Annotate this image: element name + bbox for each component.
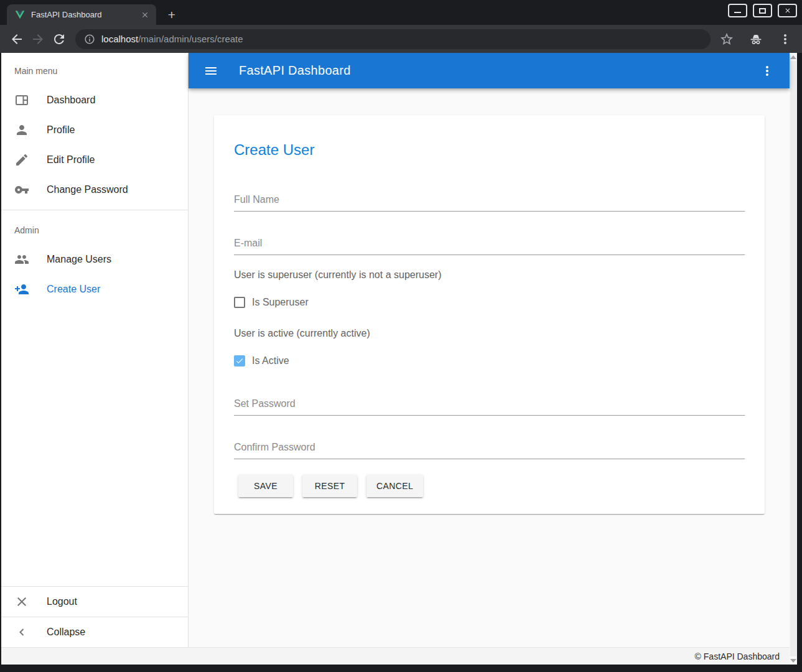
minimize-icon bbox=[734, 12, 741, 13]
browser-toolbar: localhost/main/admin/users/create bbox=[0, 25, 802, 53]
sidebar-bottom: Logout Collapse bbox=[1, 586, 188, 647]
superuser-checkbox[interactable] bbox=[234, 297, 245, 308]
confirm-password-input[interactable] bbox=[234, 442, 745, 459]
forward-icon bbox=[30, 32, 45, 47]
key-icon bbox=[14, 182, 29, 197]
browser-menu-icon[interactable] bbox=[778, 32, 793, 47]
sidebar-main-list: Dashboard Profile Edit Profile bbox=[1, 85, 188, 205]
sidebar-section-header-admin: Admin bbox=[14, 225, 188, 238]
active-hint: User is active (currently active) bbox=[234, 327, 745, 340]
cancel-button[interactable]: CANCEL bbox=[366, 475, 423, 497]
superuser-hint: User is superuser (currently is not a su… bbox=[234, 269, 745, 281]
maximize-button[interactable] bbox=[753, 4, 772, 17]
reload-icon[interactable] bbox=[52, 32, 67, 47]
sidebar-item-collapse[interactable]: Collapse bbox=[1, 617, 188, 647]
full-name-field-wrap bbox=[234, 194, 745, 212]
set-password-input[interactable] bbox=[234, 398, 745, 416]
close-button[interactable] bbox=[778, 4, 797, 17]
browser-tab[interactable]: FastAPI Dashboard bbox=[7, 4, 156, 25]
sidebar-item-manage-users[interactable]: Manage Users bbox=[1, 245, 188, 274]
appbar-title: FastAPI Dashboard bbox=[239, 63, 351, 78]
scrollbar[interactable] bbox=[790, 53, 797, 665]
scroll-down-icon[interactable] bbox=[790, 656, 797, 665]
sidebar-admin-list: Manage Users Create User bbox=[1, 245, 188, 304]
active-checkbox-label: Is Active bbox=[252, 355, 289, 366]
copyright-text: © FastAPI Dashboard bbox=[695, 651, 780, 661]
form-buttons: SAVE RESET CANCEL bbox=[238, 475, 745, 497]
app-bar: FastAPI Dashboard bbox=[189, 53, 790, 88]
url-path: /main/admin/users/create bbox=[138, 34, 243, 44]
sidebar-item-label: Manage Users bbox=[47, 254, 111, 265]
incognito-icon bbox=[748, 32, 763, 47]
pencil-icon bbox=[14, 152, 29, 167]
sidebar-item-label: Collapse bbox=[47, 627, 85, 638]
toolbar-right bbox=[719, 32, 793, 47]
window-controls bbox=[728, 4, 797, 17]
site-info-icon[interactable] bbox=[84, 34, 95, 45]
sidebar-item-label: Profile bbox=[47, 124, 75, 136]
sidebar-item-logout[interactable]: Logout bbox=[1, 587, 188, 617]
tab-close-icon[interactable] bbox=[139, 9, 150, 20]
full-name-input[interactable] bbox=[234, 194, 745, 212]
web-icon bbox=[14, 93, 29, 108]
sidebar: Main menu Dashboard Profile bbox=[1, 53, 189, 647]
vue-favicon-icon bbox=[15, 10, 25, 20]
new-tab-icon[interactable]: + bbox=[163, 6, 180, 24]
main-content: Create User User is superuser (currently… bbox=[189, 88, 790, 647]
save-button[interactable]: SAVE bbox=[238, 475, 293, 497]
sidebar-item-label: Dashboard bbox=[47, 95, 95, 106]
bookmark-star-icon[interactable] bbox=[719, 32, 734, 47]
sidebar-item-profile[interactable]: Profile bbox=[1, 115, 188, 145]
web-page: Main menu Dashboard Profile bbox=[1, 53, 797, 665]
sidebar-item-create-user[interactable]: Create User bbox=[1, 274, 188, 304]
url-host: localhost bbox=[101, 34, 138, 44]
scroll-up-icon[interactable] bbox=[790, 53, 797, 61]
hamburger-menu-icon[interactable] bbox=[203, 63, 218, 78]
chevron-left-icon bbox=[14, 625, 29, 640]
minimize-button[interactable] bbox=[728, 4, 747, 17]
set-password-field-wrap bbox=[234, 398, 745, 416]
active-checkbox-row[interactable]: Is Active bbox=[234, 355, 745, 367]
sidebar-item-label: Create User bbox=[47, 284, 100, 295]
email-field-wrap bbox=[234, 238, 745, 255]
superuser-checkbox-label: Is Superuser bbox=[252, 297, 309, 308]
create-user-card: Create User User is superuser (currently… bbox=[214, 115, 765, 514]
check-icon bbox=[235, 356, 244, 366]
confirm-password-field-wrap bbox=[234, 442, 745, 459]
reset-button[interactable]: RESET bbox=[302, 475, 357, 497]
browser-window: FastAPI Dashboard + localh bbox=[0, 0, 802, 672]
scrollbar-thumb[interactable] bbox=[790, 61, 796, 656]
close-icon bbox=[14, 594, 29, 609]
person-icon bbox=[14, 123, 29, 138]
appbar-kebab-menu-icon[interactable] bbox=[760, 63, 775, 78]
sidebar-item-change-password[interactable]: Change Password bbox=[1, 175, 188, 205]
sidebar-section-header-main: Main menu bbox=[14, 66, 188, 78]
sidebar-item-label: Edit Profile bbox=[47, 154, 95, 166]
divider bbox=[1, 210, 188, 210]
active-checkbox[interactable] bbox=[234, 355, 245, 366]
page-footer: © FastAPI Dashboard bbox=[1, 647, 790, 665]
sidebar-item-edit-profile[interactable]: Edit Profile bbox=[1, 145, 188, 175]
sidebar-item-label: Logout bbox=[47, 596, 77, 607]
page-title: Create User bbox=[234, 115, 745, 160]
sidebar-item-label: Change Password bbox=[47, 184, 128, 195]
url-text: localhost/main/admin/users/create bbox=[101, 34, 243, 44]
tab-title: FastAPI Dashboard bbox=[31, 10, 139, 19]
person-add-icon bbox=[14, 282, 29, 297]
sidebar-item-dashboard[interactable]: Dashboard bbox=[1, 85, 188, 115]
maximize-icon bbox=[759, 8, 766, 14]
group-icon bbox=[14, 252, 29, 267]
email-input[interactable] bbox=[234, 238, 745, 255]
back-icon[interactable] bbox=[9, 32, 24, 47]
address-bar[interactable]: localhost/main/admin/users/create bbox=[75, 29, 711, 49]
superuser-checkbox-row[interactable]: Is Superuser bbox=[234, 296, 745, 309]
close-icon bbox=[784, 7, 791, 14]
tab-strip: FastAPI Dashboard + bbox=[0, 0, 802, 25]
